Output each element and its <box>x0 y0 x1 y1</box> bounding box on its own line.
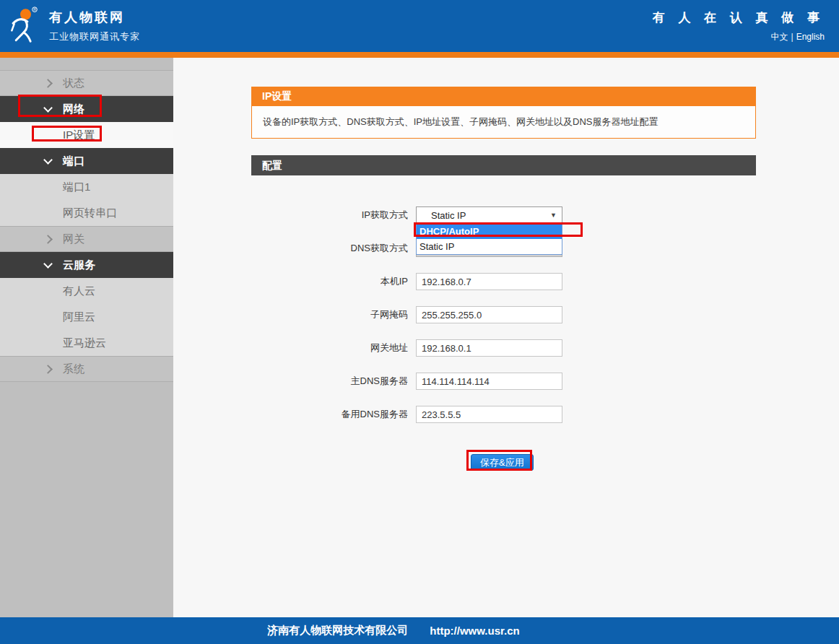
sidebar-item-amazon-cloud[interactable]: 亚马逊云 <box>0 330 173 356</box>
sidebar-item-label: 系统 <box>63 362 84 376</box>
footer-company: 济南有人物联网技术有限公司 <box>267 624 408 638</box>
lang-separator: | <box>791 32 794 42</box>
sidebar-item-label: 阿里云 <box>63 310 95 324</box>
sidebar-item-status[interactable]: 状态 <box>0 70 173 96</box>
brand: R 有人物联网 工业物联网通讯专家 <box>6 5 140 47</box>
form-row-local-ip: 本机IP <box>251 265 756 298</box>
ip-mode-dropdown-list: DHCP/AutoIP Static IP <box>416 223 562 255</box>
sidebar-item-label: IP设置 <box>63 129 95 142</box>
sidebar-item-label: 网页转串口 <box>63 206 117 220</box>
sidebar-item-gateway[interactable]: 网关 <box>0 226 173 252</box>
netmask-input[interactable] <box>416 306 562 323</box>
form-row-dns2: 备用DNS服务器 <box>251 398 756 431</box>
sidebar-item-ip-settings[interactable]: IP设置 <box>0 122 173 148</box>
sidebar-item-network[interactable]: 网络 <box>0 96 173 122</box>
sidebar-item-label: 状态 <box>63 77 84 90</box>
chevron-down-icon <box>43 259 53 269</box>
dns1-label: 主DNS服务器 <box>251 375 412 388</box>
lang-english-link[interactable]: English <box>796 32 825 42</box>
main-area: IP设置 设备的IP获取方式、DNS获取方式、IP地址设置、子网掩码、网关地址以… <box>173 58 839 617</box>
ip-mode-label: IP获取方式 <box>251 209 412 222</box>
section-title: 配置 <box>251 155 756 175</box>
chevron-down-icon <box>43 155 53 165</box>
sidebar-item-web-to-serial[interactable]: 网页转串口 <box>0 200 173 226</box>
sidebar-item-label: 有人云 <box>63 284 95 298</box>
sidebar-item-label: 端口1 <box>63 180 90 194</box>
page-title: IP设置 <box>251 87 756 105</box>
sidebar-item-cloud-services[interactable]: 云服务 <box>0 252 173 278</box>
gateway-input[interactable] <box>416 339 562 357</box>
sidebar-item-ports[interactable]: 端口 <box>0 148 173 174</box>
header-right: 有 人 在 认 真 做 事 中文|English <box>653 9 825 43</box>
content-panel: IP设置 设备的IP获取方式、DNS获取方式、IP地址设置、子网掩码、网关地址以… <box>251 87 756 471</box>
backup-dns-input[interactable] <box>416 406 562 423</box>
sidebar-item-usr-cloud[interactable]: 有人云 <box>0 278 173 304</box>
language-switch: 中文|English <box>653 31 825 43</box>
sidebar-item-label: 云服务 <box>63 258 95 272</box>
page: R 有人物联网 工业物联网通讯专家 有 人 在 认 真 做 事 中文|Engli… <box>0 0 839 644</box>
sidebar-item-label: 网关 <box>63 232 84 246</box>
sidebar-item-system[interactable]: 系统 <box>0 356 173 382</box>
svg-text:R: R <box>33 7 36 12</box>
form-row-gateway: 网关地址 <box>251 331 756 365</box>
footer-url-link[interactable]: http://www.usr.cn <box>430 625 519 637</box>
chevron-right-icon <box>43 365 53 374</box>
primary-dns-input[interactable] <box>416 373 562 390</box>
local-ip-input[interactable] <box>416 273 562 290</box>
brand-subtitle: 工业物联网通讯专家 <box>49 30 140 43</box>
button-row: 保存&应用 <box>471 454 756 471</box>
form-row-netmask: 子网掩码 <box>251 298 756 331</box>
gateway-label: 网关地址 <box>251 341 412 354</box>
header: R 有人物联网 工业物联网通讯专家 有 人 在 认 真 做 事 中文|Engli… <box>0 0 839 52</box>
sidebar-item-label: 端口 <box>63 155 84 168</box>
header-slogan: 有 人 在 认 真 做 事 <box>653 9 825 26</box>
dropdown-option-dhcp-autoip[interactable]: DHCP/AutoIP <box>417 224 562 239</box>
ip-settings-form: IP获取方式 Static IP ▼ DHCP/AutoIP Static IP <box>251 199 756 471</box>
sidebar-item-port1[interactable]: 端口1 <box>0 174 173 200</box>
ip-mode-selected-value: Static IP <box>417 210 550 221</box>
save-apply-button[interactable]: 保存&应用 <box>471 454 534 471</box>
sidebar-item-label: 亚马逊云 <box>63 336 106 350</box>
footer: 济南有人物联网技术有限公司 http://www.usr.cn <box>0 617 839 644</box>
netmask-label: 子网掩码 <box>251 308 412 321</box>
dropdown-arrow-icon: ▼ <box>550 212 562 219</box>
chevron-down-icon <box>43 103 53 113</box>
brand-title: 有人物联网 <box>49 9 140 26</box>
chevron-right-icon <box>43 79 53 88</box>
usr-logo-icon: R <box>6 5 42 47</box>
sidebar-item-ali-cloud[interactable]: 阿里云 <box>0 304 173 330</box>
brand-text: 有人物联网 工业物联网通讯专家 <box>49 9 140 43</box>
lang-chinese-link[interactable]: 中文 <box>771 32 788 42</box>
sidebar-item-label: 网络 <box>63 103 84 116</box>
sidebar: 状态 网络 IP设置 端口 端口1 网页转串口 网关 云服务 有人云 <box>0 58 173 617</box>
ip-mode-select[interactable]: Static IP ▼ <box>416 206 562 224</box>
header-accent-strip <box>0 52 839 58</box>
local-ip-label: 本机IP <box>251 275 412 288</box>
form-row-dns1: 主DNS服务器 <box>251 365 756 398</box>
dropdown-option-static-ip[interactable]: Static IP <box>417 239 562 254</box>
page-description: 设备的IP获取方式、DNS获取方式、IP地址设置、子网掩码、网关地址以及DNS服… <box>251 105 756 139</box>
dns-mode-label: DNS获取方式 <box>251 242 412 255</box>
dns2-label: 备用DNS服务器 <box>251 408 412 421</box>
form-row-ip-mode: IP获取方式 Static IP ▼ DHCP/AutoIP Static IP <box>251 199 756 232</box>
chevron-right-icon <box>43 235 53 244</box>
